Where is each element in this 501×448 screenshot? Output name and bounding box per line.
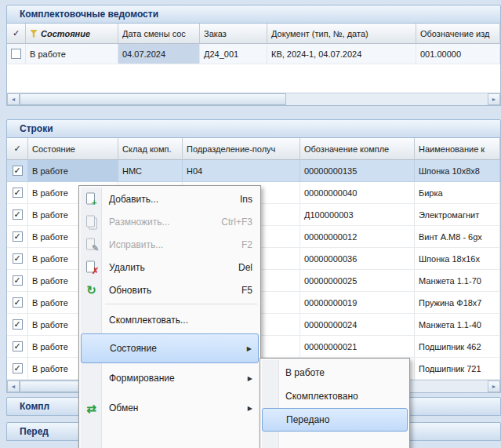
cell-designation: 00000000024 <box>300 314 415 336</box>
checkbox-checked[interactable]: ✓ <box>13 253 23 264</box>
row-check-cell: ✓ <box>7 226 28 248</box>
checkbox-checked[interactable]: ✓ <box>13 275 23 286</box>
scroll-right-icon: ► <box>492 97 497 102</box>
scroll-left-button[interactable]: ◄ <box>7 93 20 105</box>
cell-designation: 00000000040 <box>300 182 415 204</box>
menu-item-refresh-shortcut: F5 <box>241 285 252 296</box>
column-header-state[interactable]: Состояние <box>28 138 118 160</box>
menu-item-exchange[interactable]: ⇄ Обмен ▶ <box>79 393 260 423</box>
scrollbar-track[interactable] <box>286 93 488 105</box>
column-header-state-label: Состояние <box>41 29 90 38</box>
menu-item-refresh-label: Обновить <box>109 285 151 296</box>
menu-item-delete-label: Удалить <box>109 262 145 273</box>
cell-designation: 00000000025 <box>300 270 415 292</box>
column-header-warehouse[interactable]: Склад комп. <box>118 138 183 160</box>
menu-item-state[interactable]: Состояние ▶ <box>81 333 259 363</box>
scroll-right-icon: ► <box>492 384 497 389</box>
cell-designation: 00000000036 <box>300 248 415 270</box>
row-check-cell: ✓ <box>7 248 28 270</box>
table-row[interactable]: ✓ В работе НМС Н04 00000000135 Шпонка 10… <box>7 160 500 182</box>
menu-separator <box>105 304 257 304</box>
cell-name: Пружина Ф18х7 <box>415 292 500 314</box>
panel-stroki-header[interactable]: Строки <box>6 119 501 138</box>
checkbox-checked[interactable]: ✓ <box>13 231 23 242</box>
cell-name: Подшипник 462 <box>415 336 500 358</box>
column-header-check[interactable]: ✓ <box>7 138 28 160</box>
exchange-icon: ⇄ <box>84 401 99 416</box>
column-header-date[interactable]: Дата смены сос <box>118 24 200 44</box>
cell-designation: 00000000012 <box>300 226 415 248</box>
stroki-grid-header: ✓ Состояние Склад комп. Подразделение-по… <box>7 138 500 160</box>
delete-icon: ✗ <box>84 260 99 275</box>
menu-item-edit-shortcut: F2 <box>241 239 252 250</box>
menu-item-delete-shortcut: Del <box>238 262 252 273</box>
column-header-order[interactable]: Заказ <box>200 24 267 44</box>
menu-item-edit[interactable]: ✎ Исправить... F2 <box>79 233 260 256</box>
checkbox-checked[interactable]: ✓ <box>13 209 23 220</box>
checkbox-checked[interactable]: ✓ <box>13 297 23 308</box>
vedomosti-horizontal-scrollbar[interactable]: ◄ ► <box>7 93 500 105</box>
menu-item-duplicate-label: Размножить... <box>109 217 170 228</box>
scrollbar-thumb[interactable] <box>20 93 286 105</box>
menu-item-add-label: Добавить... <box>109 194 158 205</box>
checkbox-checked[interactable]: ✓ <box>13 363 23 373</box>
plus-glyph: + <box>92 198 96 206</box>
cell-name: Бирка <box>415 182 500 204</box>
cell-order: Д24_001 <box>200 44 267 64</box>
cell-date-selected: 04.07.2024 <box>118 44 200 64</box>
menu-item-add[interactable]: + Добавить... Ins <box>79 188 260 210</box>
column-header-department[interactable]: Подразделение-получ <box>183 138 300 160</box>
row-check-cell: ✓ <box>7 160 28 182</box>
row-check-cell: ✓ <box>7 336 28 358</box>
submenu-item-v-rabote[interactable]: В работе <box>260 361 409 384</box>
cell-name: Манжета 1.1-40 <box>415 314 500 336</box>
vedomosti-grid-header: ✓ Состояние Дата смены сос Заказ Докумен… <box>7 24 500 44</box>
menu-item-formation[interactable]: Формирование ▶ <box>79 363 260 393</box>
menu-item-refresh[interactable]: ↻ Обновить F5 <box>79 279 260 301</box>
refresh-glyph: ↻ <box>84 284 99 296</box>
checkbox-checked[interactable]: ✓ <box>13 188 23 198</box>
app-window: Комплектовочные ведомости ✓ Состояние Да… <box>0 0 501 448</box>
page-shape <box>86 215 95 227</box>
row-check-cell <box>7 44 26 64</box>
scroll-right-button[interactable]: ► <box>488 381 500 392</box>
submenu-item-peredano-label: Передано <box>286 414 329 425</box>
cell-name: Шпонка 18х16х <box>415 248 500 270</box>
panel-peredacha-title: Перед <box>20 426 49 437</box>
cell-designation: 00000000021 <box>300 336 415 358</box>
column-header-designation[interactable]: Обозначение компле <box>300 138 415 160</box>
menu-item-assemble[interactable]: Скомплектовать... <box>79 307 260 333</box>
cell-designation: 001.00000 <box>416 44 500 64</box>
submenu-item-skomplektovano[interactable]: Скомплектовано <box>260 384 409 408</box>
column-header-state[interactable]: Состояние <box>26 24 118 44</box>
column-header-check[interactable]: ✓ <box>7 24 26 44</box>
filter-icon <box>30 30 38 38</box>
menu-item-delete[interactable]: ✗ Удалить Del <box>79 256 260 279</box>
cell-name: Электромагнит <box>415 204 500 226</box>
menu-item-duplicate[interactable]: Размножить... Ctrl+F3 <box>79 210 260 233</box>
column-header-document[interactable]: Документ (тип, №, дата) <box>267 24 416 44</box>
table-row[interactable]: В работе 04.07.2024 Д24_001 КВ, 2024-1, … <box>7 44 500 64</box>
column-header-name[interactable]: Наименование к <box>415 138 500 160</box>
edit-icon: ✎ <box>84 237 99 252</box>
scroll-left-button[interactable]: ◄ <box>7 381 20 392</box>
submenu-item-peredano[interactable]: Передано <box>262 408 408 432</box>
checkbox-unchecked[interactable] <box>11 49 21 59</box>
checkbox-checked[interactable]: ✓ <box>13 166 23 176</box>
panel-vedomosti-header[interactable]: Комплектовочные ведомости <box>6 5 501 24</box>
grid-empty-area <box>7 64 500 93</box>
scroll-right-button[interactable]: ► <box>488 93 500 105</box>
row-check-cell: ✓ <box>7 204 28 226</box>
menu-item-duplicate-shortcut: Ctrl+F3 <box>221 217 252 228</box>
submenu-item-v-rabote-label: В работе <box>285 367 325 378</box>
menu-item-state-label: Состояние <box>110 343 157 354</box>
checkbox-checked[interactable]: ✓ <box>13 319 23 330</box>
exchange-glyph: ⇄ <box>84 402 99 414</box>
column-header-designation[interactable]: Обозначение изд <box>416 24 500 44</box>
row-check-cell: ✓ <box>7 270 28 292</box>
cell-name: Шпонка 10х8х8 <box>415 160 500 182</box>
cell-department: Н04 <box>183 160 300 182</box>
scroll-left-icon: ◄ <box>11 97 16 102</box>
checkbox-checked[interactable]: ✓ <box>13 341 23 351</box>
row-check-cell: ✓ <box>7 292 28 314</box>
